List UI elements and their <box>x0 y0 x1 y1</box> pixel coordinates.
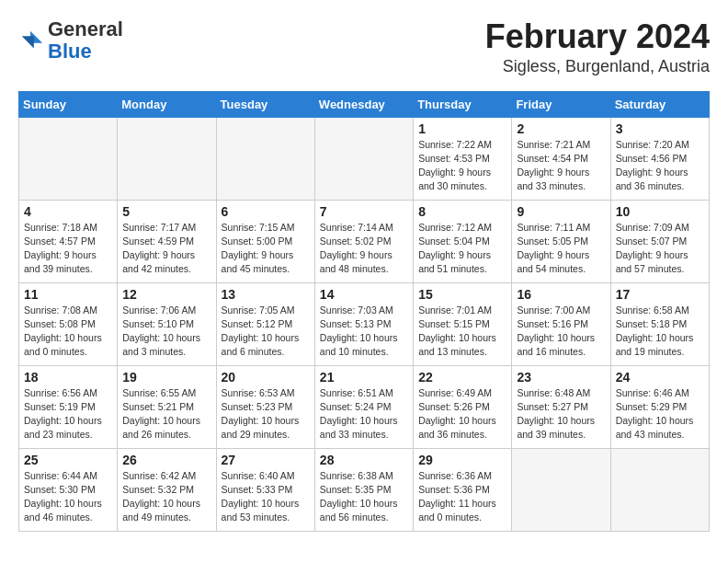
logo-blue-text: Blue <box>48 40 92 63</box>
week-row-1: 1Sunrise: 7:22 AMSunset: 4:53 PMDaylight… <box>19 117 710 200</box>
day-info: Sunrise: 6:53 AMSunset: 5:23 PMDaylight:… <box>222 386 310 442</box>
day-info: Sunrise: 7:20 AMSunset: 4:56 PMDaylight:… <box>616 138 704 194</box>
weekday-header-friday: Friday <box>512 91 610 117</box>
weekday-header-thursday: Thursday <box>414 91 512 117</box>
calendar-cell: 17Sunrise: 6:58 AMSunset: 5:18 PMDayligh… <box>610 282 709 365</box>
calendar-cell: 28Sunrise: 6:38 AMSunset: 5:35 PMDayligh… <box>314 448 413 531</box>
day-number: 28 <box>320 453 408 467</box>
day-info: Sunrise: 7:12 AMSunset: 5:04 PMDaylight:… <box>418 221 506 277</box>
day-number: 10 <box>616 204 704 219</box>
day-number: 19 <box>122 370 210 385</box>
page-header: General Blue February 2024 Sigless, Burg… <box>18 18 710 76</box>
day-info: Sunrise: 7:01 AMSunset: 5:15 PMDaylight:… <box>418 304 506 360</box>
calendar-cell <box>314 117 413 200</box>
day-number: 25 <box>24 453 112 467</box>
day-info: Sunrise: 6:42 AMSunset: 5:32 PMDaylight:… <box>122 469 210 525</box>
day-number: 18 <box>24 370 112 385</box>
calendar-cell: 10Sunrise: 7:09 AMSunset: 5:07 PMDayligh… <box>610 200 709 282</box>
day-info: Sunrise: 6:40 AMSunset: 5:33 PMDaylight:… <box>222 469 310 525</box>
week-row-2: 4Sunrise: 7:18 AMSunset: 4:57 PMDaylight… <box>19 200 710 282</box>
day-number: 12 <box>122 287 210 302</box>
calendar-cell: 8Sunrise: 7:12 AMSunset: 5:04 PMDaylight… <box>414 200 512 282</box>
day-info: Sunrise: 7:21 AMSunset: 4:54 PMDaylight:… <box>517 138 605 194</box>
day-number: 4 <box>24 204 112 219</box>
calendar-cell: 21Sunrise: 6:51 AMSunset: 5:24 PMDayligh… <box>314 365 413 448</box>
calendar-cell <box>118 117 216 200</box>
day-number: 23 <box>517 370 605 385</box>
day-info: Sunrise: 6:46 AMSunset: 5:29 PMDaylight:… <box>616 386 704 442</box>
weekday-header-saturday: Saturday <box>610 91 709 117</box>
day-number: 8 <box>418 204 506 219</box>
day-info: Sunrise: 7:03 AMSunset: 5:13 PMDaylight:… <box>320 304 408 360</box>
day-number: 14 <box>320 287 408 302</box>
day-info: Sunrise: 7:22 AMSunset: 4:53 PMDaylight:… <box>418 138 506 194</box>
day-number: 7 <box>320 204 408 219</box>
day-number: 26 <box>122 453 210 467</box>
day-info: Sunrise: 6:58 AMSunset: 5:18 PMDaylight:… <box>616 304 704 360</box>
month-title: February 2024 <box>485 18 710 55</box>
calendar-cell: 11Sunrise: 7:08 AMSunset: 5:08 PMDayligh… <box>19 282 118 365</box>
logo: General Blue <box>18 18 123 63</box>
weekday-header-tuesday: Tuesday <box>216 91 314 117</box>
week-row-3: 11Sunrise: 7:08 AMSunset: 5:08 PMDayligh… <box>19 282 710 365</box>
calendar-cell: 20Sunrise: 6:53 AMSunset: 5:23 PMDayligh… <box>216 365 314 448</box>
title-block: February 2024 Sigless, Burgenland, Austr… <box>485 18 710 76</box>
day-number: 21 <box>320 370 408 385</box>
calendar-cell: 22Sunrise: 6:49 AMSunset: 5:26 PMDayligh… <box>414 365 512 448</box>
day-info: Sunrise: 7:18 AMSunset: 4:57 PMDaylight:… <box>24 221 112 277</box>
day-number: 11 <box>24 287 112 302</box>
calendar-cell <box>216 117 314 200</box>
weekday-header-wednesday: Wednesday <box>314 91 413 117</box>
calendar-cell <box>512 448 610 531</box>
calendar-cell: 25Sunrise: 6:44 AMSunset: 5:30 PMDayligh… <box>19 448 118 531</box>
day-number: 17 <box>616 287 704 302</box>
calendar-cell: 12Sunrise: 7:06 AMSunset: 5:10 PMDayligh… <box>118 282 216 365</box>
day-number: 29 <box>418 453 506 467</box>
day-info: Sunrise: 7:00 AMSunset: 5:16 PMDaylight:… <box>517 304 605 360</box>
weekday-header-row: SundayMondayTuesdayWednesdayThursdayFrid… <box>19 91 710 117</box>
day-number: 13 <box>222 287 310 302</box>
day-info: Sunrise: 6:44 AMSunset: 5:30 PMDaylight:… <box>24 469 112 525</box>
calendar-cell: 19Sunrise: 6:55 AMSunset: 5:21 PMDayligh… <box>118 365 216 448</box>
day-info: Sunrise: 6:48 AMSunset: 5:27 PMDaylight:… <box>517 386 605 442</box>
day-number: 6 <box>222 204 310 219</box>
calendar-cell: 29Sunrise: 6:36 AMSunset: 5:36 PMDayligh… <box>414 448 512 531</box>
week-row-5: 25Sunrise: 6:44 AMSunset: 5:30 PMDayligh… <box>19 448 710 531</box>
day-info: Sunrise: 7:08 AMSunset: 5:08 PMDaylight:… <box>24 304 112 360</box>
day-info: Sunrise: 7:11 AMSunset: 5:05 PMDaylight:… <box>517 221 605 277</box>
day-info: Sunrise: 6:51 AMSunset: 5:24 PMDaylight:… <box>320 386 408 442</box>
calendar-cell: 16Sunrise: 7:00 AMSunset: 5:16 PMDayligh… <box>512 282 610 365</box>
day-number: 15 <box>418 287 506 302</box>
calendar-cell: 24Sunrise: 6:46 AMSunset: 5:29 PMDayligh… <box>610 365 709 448</box>
weekday-header-monday: Monday <box>118 91 216 117</box>
day-number: 9 <box>517 204 605 219</box>
day-number: 20 <box>222 370 310 385</box>
day-number: 5 <box>122 204 210 219</box>
calendar-table: SundayMondayTuesdayWednesdayThursdayFrid… <box>18 91 710 532</box>
weekday-header-sunday: Sunday <box>19 91 118 117</box>
logo-general-text: General <box>48 17 123 40</box>
calendar-cell: 7Sunrise: 7:14 AMSunset: 5:02 PMDaylight… <box>314 200 413 282</box>
day-number: 16 <box>517 287 605 302</box>
calendar-cell: 13Sunrise: 7:05 AMSunset: 5:12 PMDayligh… <box>216 282 314 365</box>
location-title: Sigless, Burgenland, Austria <box>485 57 710 76</box>
logo-icon <box>18 28 44 53</box>
calendar-cell: 27Sunrise: 6:40 AMSunset: 5:33 PMDayligh… <box>216 448 314 531</box>
day-number: 27 <box>222 453 310 467</box>
calendar-cell: 9Sunrise: 7:11 AMSunset: 5:05 PMDaylight… <box>512 200 610 282</box>
calendar-cell: 1Sunrise: 7:22 AMSunset: 4:53 PMDaylight… <box>414 117 512 200</box>
svg-marker-1 <box>22 37 34 49</box>
day-info: Sunrise: 6:36 AMSunset: 5:36 PMDaylight:… <box>418 469 506 525</box>
day-info: Sunrise: 6:38 AMSunset: 5:35 PMDaylight:… <box>320 469 408 525</box>
calendar-cell: 3Sunrise: 7:20 AMSunset: 4:56 PMDaylight… <box>610 117 709 200</box>
calendar-cell <box>19 117 118 200</box>
calendar-cell: 5Sunrise: 7:17 AMSunset: 4:59 PMDaylight… <box>118 200 216 282</box>
calendar-cell: 2Sunrise: 7:21 AMSunset: 4:54 PMDaylight… <box>512 117 610 200</box>
calendar-cell: 4Sunrise: 7:18 AMSunset: 4:57 PMDaylight… <box>19 200 118 282</box>
calendar-cell <box>610 448 709 531</box>
calendar-cell: 23Sunrise: 6:48 AMSunset: 5:27 PMDayligh… <box>512 365 610 448</box>
day-number: 3 <box>616 121 704 136</box>
calendar-cell: 15Sunrise: 7:01 AMSunset: 5:15 PMDayligh… <box>414 282 512 365</box>
day-info: Sunrise: 7:17 AMSunset: 4:59 PMDaylight:… <box>122 221 210 277</box>
day-info: Sunrise: 7:14 AMSunset: 5:02 PMDaylight:… <box>320 221 408 277</box>
